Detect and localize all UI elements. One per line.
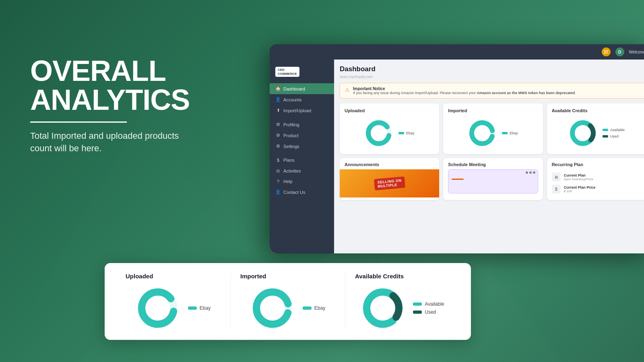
sidebar-item-help[interactable]: ? Help <box>270 176 334 187</box>
floating-credits-title: Available Credits <box>355 273 450 280</box>
announcements-card: Announcements SELLING ONMULTIPLE <box>340 158 439 200</box>
ebay-legend-item: Ebay <box>502 131 518 135</box>
title-divider <box>30 121 127 123</box>
imported-title: Imported <box>448 108 538 113</box>
floating-ebay-imported-color <box>303 306 312 310</box>
plans-icon: $ <box>275 158 281 162</box>
sidebar-item-contact[interactable]: 👤 Contact Us <box>270 187 334 197</box>
sidebar-item-label: Dashboard <box>283 86 305 91</box>
floating-uploaded-card: Uploaded Ebay <box>116 273 231 330</box>
logo-box: CED COMMERCE <box>275 67 299 77</box>
sidebar-item-import[interactable]: ⬆ Import/Upload <box>270 105 334 116</box>
schedule-card: Schedule Meeting <box>443 158 543 200</box>
notice-icon: ⚠ <box>345 87 350 93</box>
bottom-cards: Announcements SELLING ONMULTIPLE Schedul… <box>340 158 644 200</box>
schedule-line <box>452 179 464 180</box>
dot-3 <box>533 171 535 174</box>
sidebar-item-settings[interactable]: ⚙ Settings <box>270 141 334 152</box>
sidebar-item-accounts[interactable]: 👤 Accounts <box>270 94 334 105</box>
sidebar-item-product[interactable]: ⚙ Product <box>270 130 334 141</box>
floating-credits-donut <box>361 286 405 330</box>
main-title: OVERALL ANALYTICS <box>30 56 199 114</box>
page-title: Dashboard <box>340 65 644 73</box>
recurring-plan-content: ⊞ Current Plan Sync Inventory/Price $ Cu… <box>547 169 644 200</box>
credits-card: Available Credits Ava <box>547 103 644 154</box>
sidebar-item-label: Plans <box>283 158 295 162</box>
floating-credits-legend: Available Used <box>413 301 444 315</box>
announcements-title: Announcements <box>340 158 439 169</box>
schedule-preview <box>448 169 538 193</box>
recurring-plan-card: Recurring Plan ⊞ Current Plan Sync Inven… <box>547 158 644 200</box>
current-plan-label: Current Plan <box>564 173 593 177</box>
plan-grid-icon: ⊞ <box>552 173 561 181</box>
imported-legend: Ebay <box>502 131 518 135</box>
floating-credits-chart: Available Used <box>355 286 450 330</box>
credits-legend: Available Used <box>603 128 625 138</box>
plan-price-row: $ Current Plan Price $ 109 <box>552 185 642 193</box>
sidebar-logo: CED COMMERCE <box>270 63 334 81</box>
floating-used-item: Used <box>413 309 444 315</box>
floating-imported-chart: Ebay <box>240 286 335 330</box>
user-avatar[interactable]: D <box>615 47 624 56</box>
important-notice: ⚠ Important Notice If you facing any iss… <box>340 83 644 99</box>
uploaded-chart: Ebay <box>345 117 434 149</box>
uploaded-card: Uploaded Ebay <box>340 103 439 154</box>
sidebar: CED COMMERCE 🏠 Dashboard 👤 Accounts ⬆ Im… <box>270 60 334 253</box>
notification-badge[interactable]: 37 <box>602 47 611 56</box>
floating-imported-title: Imported <box>240 273 335 280</box>
floating-uploaded-chart: Ebay <box>126 286 221 330</box>
activities-icon: ◎ <box>275 168 281 173</box>
notice-text: If you facing any issue during Amazon Im… <box>353 91 576 95</box>
sidebar-item-label: Product <box>283 133 299 138</box>
floating-uploaded-title: Uploaded <box>126 273 221 280</box>
dot-2 <box>529 171 532 174</box>
floating-panel: Uploaded Ebay Imported <box>105 263 471 340</box>
floating-credits-card: Available Credits Available Used <box>345 273 460 330</box>
notice-title: Important Notice <box>353 86 576 91</box>
floating-used-color <box>413 311 422 314</box>
floating-ebay-uploaded: Ebay <box>188 305 211 311</box>
product-icon: ⚙ <box>275 133 281 138</box>
svg-point-15 <box>256 292 289 324</box>
sidebar-item-activities[interactable]: ◎ Activities <box>270 165 334 176</box>
contact-icon: 👤 <box>275 189 281 195</box>
settings-icon: ⚙ <box>275 144 281 149</box>
sidebar-item-label: Contact Us <box>283 190 305 195</box>
sidebar-item-label: Import/Upload <box>283 108 311 113</box>
dot-1 <box>526 171 528 174</box>
plan-price-value: $ 109 <box>564 189 596 193</box>
plan-price-label: Current Plan Price <box>564 185 596 189</box>
plan-dollar-icon: $ <box>552 185 561 193</box>
floating-available-item: Available <box>413 301 444 307</box>
announcement-image: SELLING ONMULTIPLE <box>340 169 439 197</box>
ebay-legend-item: Ebay <box>398 131 415 135</box>
floating-imported-donut <box>250 286 295 330</box>
dashboard-cards: Uploaded Ebay <box>340 103 644 154</box>
current-plan-value: Sync Inventory/Price <box>564 177 593 181</box>
available-legend-color <box>603 129 608 131</box>
available-legend-item: Available <box>603 128 625 132</box>
main-content: Dashboard store.myshopify.com ⚠ Importan… <box>334 60 644 253</box>
ebay-legend-color <box>502 132 508 134</box>
floating-ebay-uploaded-color <box>188 306 197 310</box>
imported-card: Imported Ebay <box>443 103 543 154</box>
used-legend-item: Used <box>603 134 625 138</box>
recurring-plan-title: Recurring Plan <box>547 158 644 169</box>
svg-point-13 <box>142 292 174 324</box>
floating-imported-legend: Ebay <box>303 305 325 311</box>
welcome-text: Welcome <box>629 50 644 54</box>
credits-chart: Available Used <box>552 117 642 149</box>
subtitle-text: Total Imported and uploaded products cou… <box>30 130 199 155</box>
imported-chart: Ebay <box>448 117 538 149</box>
sidebar-item-dashboard[interactable]: 🏠 Dashboard <box>270 83 334 94</box>
sidebar-item-label: Accounts <box>283 97 301 102</box>
schedule-title: Schedule Meeting <box>443 158 543 169</box>
sidebar-item-plans[interactable]: $ Plans <box>270 155 334 165</box>
uploaded-donut <box>365 119 393 147</box>
sidebar-item-profiling[interactable]: ⚙ Profiling <box>270 119 334 130</box>
sidebar-item-label: Settings <box>283 144 299 149</box>
sidebar-item-label: Help <box>283 179 293 184</box>
browser-content: CED COMMERCE 🏠 Dashboard 👤 Accounts ⬆ Im… <box>270 60 644 253</box>
used-legend-color <box>603 135 608 138</box>
uploaded-legend: Ebay <box>398 131 415 135</box>
